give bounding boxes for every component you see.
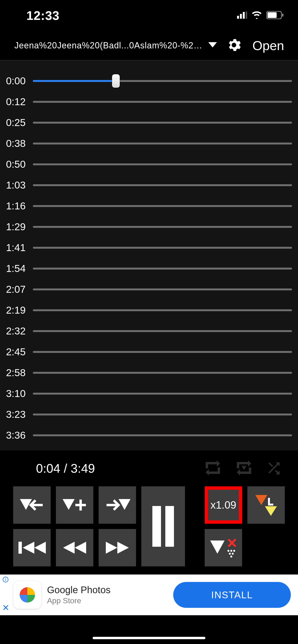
svg-rect-8 [152,506,161,547]
segment-slider[interactable] [33,184,292,186]
segment-slider-row: 2:58 [6,362,292,383]
segment-time-label: 2:19 [6,304,28,316]
segment-slider[interactable] [33,414,292,416]
segment-time-label: 1:29 [6,221,28,233]
svg-rect-18 [5,578,6,578]
segment-time-label: 1:41 [6,242,28,254]
svg-rect-17 [5,579,6,581]
segment-time-label: 3:23 [6,409,28,420]
svg-point-15 [230,556,232,558]
segment-slider-row: 2:19 [6,300,292,320]
segment-slider[interactable] [33,309,292,311]
repeat-one-icon[interactable] [234,460,254,477]
dropdown-icon[interactable] [208,42,217,49]
segment-slider-row: 0:00 [6,70,292,91]
segment-slider[interactable] [33,247,292,249]
segment-slider-list: 0:000:120:250:380:501:031:161:291:411:54… [0,61,298,450]
ad-privacy-controls [3,576,9,612]
status-right [237,11,284,20]
segment-time-label: 1:16 [6,200,28,212]
segment-slider-row: 3:23 [6,404,292,425]
svg-rect-3 [246,12,247,19]
install-button[interactable]: INSTALL [173,582,291,608]
pause-button[interactable] [141,486,185,566]
home-indicator[interactable] [93,637,205,639]
app-header: Jeena%20Jeena%20(Badl...0Aslam%20-%20320… [0,31,298,60]
svg-rect-0 [237,16,239,19]
segment-slider[interactable] [33,80,292,82]
segment-slider[interactable] [33,101,292,103]
segment-slider-row: 0:25 [6,112,292,133]
segment-slider[interactable] [33,288,292,290]
segment-slider-row: 0:50 [6,154,292,175]
segment-slider-row: 0:12 [6,91,292,112]
segment-slider[interactable] [33,434,292,436]
wifi-icon [251,11,262,20]
segment-slider-row: 0:38 [6,133,292,154]
ad-title: Google Photos [47,584,173,595]
right-controls-grid: x1.09 [205,486,285,560]
ad-info-icon[interactable] [3,576,9,584]
segment-slider-row: 2:45 [6,342,292,362]
svg-point-10 [227,550,229,552]
segment-time-label: 3:10 [6,388,28,400]
ad-app-icon [14,581,41,609]
controls-panel: x1.09 [0,484,298,568]
gear-icon[interactable] [227,38,241,53]
segment-slider[interactable] [33,164,292,165]
marker-add-button[interactable] [56,486,93,524]
segment-time-label: 1:54 [6,263,28,274]
ad-close-icon[interactable] [3,604,9,612]
playback-speed-button[interactable]: x1.09 [205,486,242,524]
battery-icon [266,11,284,20]
skip-back-button[interactable] [13,529,51,566]
segment-slider[interactable] [33,226,292,228]
segment-slider[interactable] [33,393,292,394]
segment-slider[interactable] [33,372,292,374]
segment-time-label: 2:32 [6,325,28,337]
shuffle-icon[interactable] [266,460,282,477]
status-bar: 12:33 [0,0,298,31]
svg-point-12 [233,550,235,552]
segment-time-label: 0:00 [6,75,28,87]
svg-rect-2 [243,12,245,19]
segment-slider[interactable] [33,268,292,270]
marker-next-button[interactable] [99,486,136,524]
fast-forward-button[interactable] [99,529,136,566]
svg-rect-5 [267,12,277,18]
ad-banner[interactable]: Google Photos App Store INSTALL [0,574,298,615]
left-controls-grid [13,486,136,560]
open-button[interactable]: Open [252,38,284,53]
segment-slider-row: 1:54 [6,258,292,279]
ad-text: Google Photos App Store [47,584,173,605]
segment-time-label: 0:38 [6,138,28,149]
segment-slider-row: 1:29 [6,216,292,237]
dual-marker-button[interactable] [247,486,285,524]
repeat-icon[interactable] [203,460,222,477]
segment-slider-row: 1:41 [6,237,292,258]
svg-point-13 [229,553,231,555]
marker-clear-button[interactable] [205,529,242,566]
segment-slider[interactable] [33,205,292,207]
track-title[interactable]: Jeena%20Jeena%20(Badl...0Aslam%20-%20320… [14,40,204,50]
ad-subtitle: App Store [47,596,173,605]
speed-label: x1.09 [210,499,236,511]
slider-thumb[interactable] [112,74,120,88]
segment-slider[interactable] [33,351,292,353]
segment-time-label: 0:25 [6,117,28,128]
time-display: 0:04 / 3:49 [36,461,95,476]
status-time: 12:33 [26,8,60,23]
svg-point-14 [232,553,234,555]
svg-rect-7 [19,542,22,554]
segment-slider[interactable] [33,330,292,332]
segment-slider-row: 2:32 [6,320,292,342]
segment-slider-row: 1:16 [6,196,292,216]
empty-cell [247,529,285,566]
rewind-button[interactable] [56,529,93,566]
segment-time-label: 1:03 [6,180,28,191]
marker-prev-button[interactable] [13,486,51,524]
segment-slider[interactable] [33,122,292,124]
segment-time-label: 2:45 [6,346,28,358]
segment-slider[interactable] [33,142,292,144]
segment-slider-row: 3:10 [6,383,292,404]
